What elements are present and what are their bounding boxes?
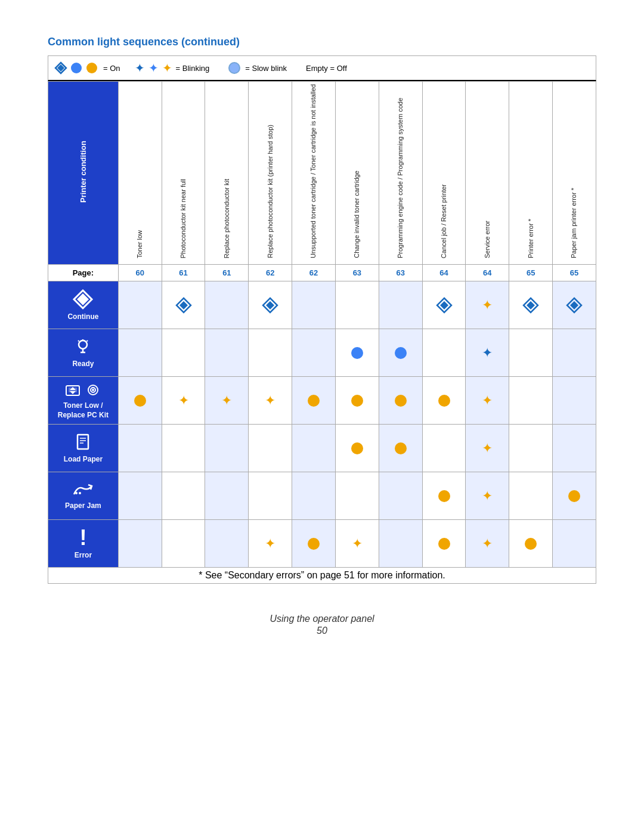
error-circle-4: [308, 538, 320, 550]
continue-diamond-1: [175, 297, 192, 314]
paper-jam-circle-7: [438, 490, 450, 502]
ready-cell-5: [335, 329, 379, 377]
error-label-cell: ! Error: [48, 520, 119, 568]
col-header-1: Photoconductor kit near full: [162, 82, 205, 265]
col-header-6: Programming engine code / Programming sy…: [379, 82, 422, 265]
paper-jam-blink-8: ✦: [482, 488, 493, 504]
continue-cell-6: [379, 281, 422, 329]
load-paper-cell-10: [553, 425, 596, 472]
page-8: 64: [466, 265, 509, 281]
ready-cell-3: [249, 329, 292, 377]
legend-off: Empty = Off: [306, 64, 347, 73]
ready-label-cell: Ready: [48, 329, 119, 377]
continue-cell-4: [292, 281, 336, 329]
on-label: = On: [103, 64, 120, 73]
footer-note-text: * See “Secondary errors” on page 51 for …: [199, 570, 445, 580]
page-4: 62: [292, 265, 336, 281]
load-paper-icon: [74, 432, 92, 453]
paper-jam-cell-5: [335, 472, 379, 520]
col-label-8: Service error: [484, 221, 491, 258]
svg-marker-23: [70, 391, 76, 394]
title-text: Common light sequences (continued): [48, 36, 240, 48]
ready-cell-8: ✦: [466, 329, 509, 377]
error-cell-1: [162, 520, 205, 568]
continue-cell-7: [422, 281, 466, 329]
paper-jam-cell-4: [292, 472, 336, 520]
row-continue: Continue: [48, 281, 596, 329]
page-3: 62: [249, 265, 292, 281]
continue-icon: [72, 289, 94, 310]
continue-diamond-10: [566, 297, 583, 314]
page-num-6: 63: [396, 268, 404, 277]
ready-cell-2: [205, 329, 249, 377]
toner-cell-8: ✦: [466, 377, 509, 425]
paper-jam-circle-10: [568, 490, 580, 502]
col-header-5: Change invalid toner cartridge: [335, 82, 379, 265]
load-paper-cell-0: [118, 425, 162, 472]
col-header-3: Replace photoconductor kit (printer hard…: [249, 82, 292, 265]
row-paper-jam: Paper Jam ✦: [48, 472, 596, 520]
error-cell-2: [205, 520, 249, 568]
continue-diamond-9: [522, 297, 539, 314]
paper-jam-cell-6: [379, 472, 422, 520]
load-paper-circle-6: [395, 442, 407, 454]
page-num-2: 61: [222, 268, 231, 277]
error-circle-7: [438, 538, 450, 550]
blink-diamond-icon: ✦: [135, 61, 145, 75]
page-5: 63: [335, 265, 379, 281]
continue-cell-0: [118, 281, 162, 329]
paper-jam-cell-3: [249, 472, 292, 520]
error-icon: !: [79, 527, 86, 549]
toner-icon: [64, 381, 82, 399]
paper-jam-cell-0: [118, 472, 162, 520]
ready-text: Ready: [72, 360, 94, 369]
toner-label-cell: Toner Low /Replace PC Kit: [48, 377, 119, 425]
page-label-text: Page:: [73, 268, 94, 277]
toner-circle-4: [308, 395, 320, 407]
page-num-4: 62: [309, 268, 318, 277]
toner-text: Toner Low /Replace PC Kit: [58, 401, 109, 420]
continue-cell-9: [509, 281, 553, 329]
off-label: Empty = Off: [306, 64, 347, 73]
error-blink-8: ✦: [482, 536, 493, 552]
error-cell-3: ✦: [249, 520, 292, 568]
load-paper-cell-6: [379, 425, 422, 472]
load-paper-cell-7: [422, 425, 466, 472]
ready-circle-6: [395, 347, 407, 359]
svg-point-26: [92, 389, 94, 391]
legend-on: = On: [54, 61, 120, 75]
toner-circle-6: [395, 395, 407, 407]
svg-marker-13: [570, 301, 578, 309]
legend-slow-blink: = Slow blink: [228, 62, 287, 74]
svg-marker-5: [179, 301, 188, 309]
paper-jam-cell-9: [509, 472, 553, 520]
continue-cell-8: ✦: [466, 281, 509, 329]
paper-jam-text: Paper Jam: [65, 501, 101, 511]
toner-blink-3: ✦: [265, 393, 275, 408]
toner-cell-2: ✦: [205, 377, 249, 425]
page-1: 61: [162, 265, 205, 281]
row-ready: Ready ✦: [48, 329, 596, 377]
col-label-3: Replace photoconductor kit (printer hard…: [267, 125, 274, 258]
slow-blink-label: = Slow blink: [245, 64, 287, 73]
continue-cell-2: [205, 281, 249, 329]
paper-jam-cell-7: [422, 472, 466, 520]
svg-line-18: [78, 340, 79, 342]
svg-line-19: [87, 340, 88, 342]
header-row: Printer condition Toner low Photoconduct…: [48, 82, 596, 265]
page-number-row: Page: 60 61 61 62 62 63 63 64 64 65 65: [48, 265, 596, 281]
error-circle-9: [525, 538, 537, 550]
load-paper-label-cell: Load Paper: [48, 425, 119, 472]
row-error: ! Error ✦ ✦: [48, 520, 596, 568]
continue-cell-10: [553, 281, 596, 329]
footer-note-row: * See “Secondary errors” on page 51 for …: [48, 568, 596, 584]
on-circle-yellow-icon: [86, 63, 97, 73]
page-label: Page:: [48, 265, 119, 281]
page-num-0: 60: [135, 268, 144, 277]
page-num-3: 62: [266, 268, 274, 277]
load-paper-cell-5: [335, 425, 379, 472]
error-text: Error: [75, 551, 92, 561]
row-label-header-text: Printer condition: [79, 141, 88, 203]
row-toner: Toner Low /Replace PC Kit ✦ ✦ ✦: [48, 377, 596, 425]
page-num-10: 65: [570, 268, 578, 277]
